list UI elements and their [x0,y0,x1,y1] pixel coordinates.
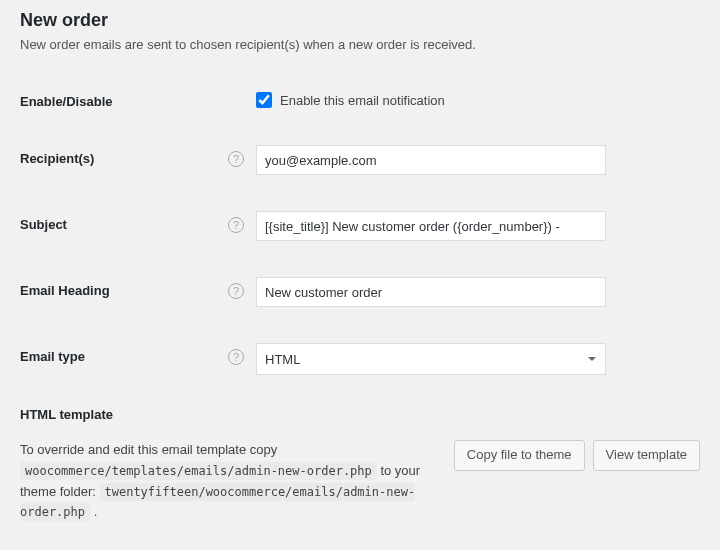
enable-label: Enable/Disable [20,80,228,137]
page-title: New order [20,10,700,31]
view-template-button[interactable]: View template [593,440,700,471]
page-description: New order emails are sent to chosen reci… [20,37,700,52]
subject-label: Subject [20,203,228,269]
enable-checkbox-label[interactable]: Enable this email notification [280,93,445,108]
recipients-label: Recipient(s) [20,137,228,203]
copy-file-button[interactable]: Copy file to theme [454,440,585,471]
subject-input[interactable] [256,211,606,241]
help-icon[interactable]: ? [228,349,244,365]
help-icon[interactable]: ? [228,283,244,299]
email-type-select[interactable]: HTML [256,343,606,375]
template-section-title: HTML template [20,407,700,422]
heading-label: Email Heading [20,269,228,335]
heading-input[interactable] [256,277,606,307]
recipients-input[interactable] [256,145,606,175]
help-icon[interactable]: ? [228,151,244,167]
settings-form: Enable/Disable Enable this email notific… [20,80,700,403]
template-override-text: To override and edit this email template… [20,440,442,523]
help-icon[interactable]: ? [228,217,244,233]
email-type-label: Email type [20,335,228,403]
template-source-path: woocommerce/templates/emails/admin-new-o… [20,462,377,480]
enable-checkbox[interactable] [256,92,272,108]
